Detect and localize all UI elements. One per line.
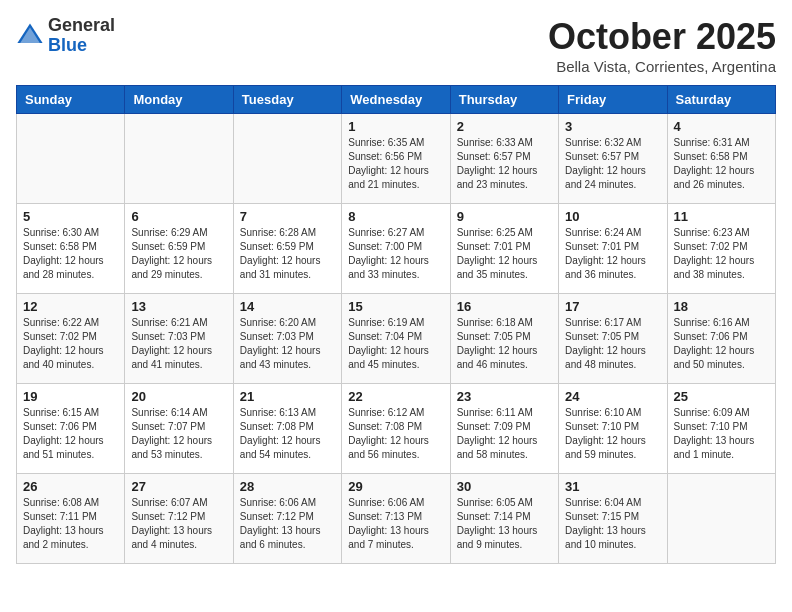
day-info: Sunrise: 6:18 AM Sunset: 7:05 PM Dayligh… — [457, 316, 552, 372]
day-number: 17 — [565, 299, 660, 314]
header: General Blue October 2025 Bella Vista, C… — [16, 16, 776, 75]
calendar-cell: 17Sunrise: 6:17 AM Sunset: 7:05 PM Dayli… — [559, 294, 667, 384]
day-number: 18 — [674, 299, 769, 314]
day-number: 12 — [23, 299, 118, 314]
day-info: Sunrise: 6:20 AM Sunset: 7:03 PM Dayligh… — [240, 316, 335, 372]
calendar-week-row: 12Sunrise: 6:22 AM Sunset: 7:02 PM Dayli… — [17, 294, 776, 384]
day-number: 3 — [565, 119, 660, 134]
day-number: 8 — [348, 209, 443, 224]
day-info: Sunrise: 6:10 AM Sunset: 7:10 PM Dayligh… — [565, 406, 660, 462]
calendar-cell — [17, 114, 125, 204]
day-info: Sunrise: 6:16 AM Sunset: 7:06 PM Dayligh… — [674, 316, 769, 372]
calendar-cell: 22Sunrise: 6:12 AM Sunset: 7:08 PM Dayli… — [342, 384, 450, 474]
day-info: Sunrise: 6:23 AM Sunset: 7:02 PM Dayligh… — [674, 226, 769, 282]
calendar-cell: 29Sunrise: 6:06 AM Sunset: 7:13 PM Dayli… — [342, 474, 450, 564]
day-info: Sunrise: 6:07 AM Sunset: 7:12 PM Dayligh… — [131, 496, 226, 552]
calendar-cell: 15Sunrise: 6:19 AM Sunset: 7:04 PM Dayli… — [342, 294, 450, 384]
day-info: Sunrise: 6:19 AM Sunset: 7:04 PM Dayligh… — [348, 316, 443, 372]
logo-line2: Blue — [48, 36, 115, 56]
day-number: 24 — [565, 389, 660, 404]
day-info: Sunrise: 6:09 AM Sunset: 7:10 PM Dayligh… — [674, 406, 769, 462]
day-info: Sunrise: 6:06 AM Sunset: 7:13 PM Dayligh… — [348, 496, 443, 552]
logo: General Blue — [16, 16, 115, 56]
calendar-cell: 27Sunrise: 6:07 AM Sunset: 7:12 PM Dayli… — [125, 474, 233, 564]
day-info: Sunrise: 6:17 AM Sunset: 7:05 PM Dayligh… — [565, 316, 660, 372]
day-info: Sunrise: 6:04 AM Sunset: 7:15 PM Dayligh… — [565, 496, 660, 552]
calendar-cell: 19Sunrise: 6:15 AM Sunset: 7:06 PM Dayli… — [17, 384, 125, 474]
day-info: Sunrise: 6:13 AM Sunset: 7:08 PM Dayligh… — [240, 406, 335, 462]
day-number: 1 — [348, 119, 443, 134]
day-number: 28 — [240, 479, 335, 494]
day-info: Sunrise: 6:22 AM Sunset: 7:02 PM Dayligh… — [23, 316, 118, 372]
calendar-cell: 24Sunrise: 6:10 AM Sunset: 7:10 PM Dayli… — [559, 384, 667, 474]
calendar-week-row: 26Sunrise: 6:08 AM Sunset: 7:11 PM Dayli… — [17, 474, 776, 564]
weekday-header: Wednesday — [342, 86, 450, 114]
calendar-cell: 20Sunrise: 6:14 AM Sunset: 7:07 PM Dayli… — [125, 384, 233, 474]
calendar-cell: 10Sunrise: 6:24 AM Sunset: 7:01 PM Dayli… — [559, 204, 667, 294]
day-number: 7 — [240, 209, 335, 224]
calendar-cell: 4Sunrise: 6:31 AM Sunset: 6:58 PM Daylig… — [667, 114, 775, 204]
calendar-cell: 26Sunrise: 6:08 AM Sunset: 7:11 PM Dayli… — [17, 474, 125, 564]
day-info: Sunrise: 6:21 AM Sunset: 7:03 PM Dayligh… — [131, 316, 226, 372]
day-number: 13 — [131, 299, 226, 314]
weekday-header: Tuesday — [233, 86, 341, 114]
day-number: 26 — [23, 479, 118, 494]
logo-icon — [16, 22, 44, 50]
calendar-cell: 5Sunrise: 6:30 AM Sunset: 6:58 PM Daylig… — [17, 204, 125, 294]
day-number: 22 — [348, 389, 443, 404]
weekday-header: Thursday — [450, 86, 558, 114]
calendar-cell: 31Sunrise: 6:04 AM Sunset: 7:15 PM Dayli… — [559, 474, 667, 564]
day-info: Sunrise: 6:27 AM Sunset: 7:00 PM Dayligh… — [348, 226, 443, 282]
day-info: Sunrise: 6:29 AM Sunset: 6:59 PM Dayligh… — [131, 226, 226, 282]
day-info: Sunrise: 6:35 AM Sunset: 6:56 PM Dayligh… — [348, 136, 443, 192]
weekday-header: Monday — [125, 86, 233, 114]
day-info: Sunrise: 6:05 AM Sunset: 7:14 PM Dayligh… — [457, 496, 552, 552]
day-number: 16 — [457, 299, 552, 314]
logo-line1: General — [48, 16, 115, 36]
day-info: Sunrise: 6:32 AM Sunset: 6:57 PM Dayligh… — [565, 136, 660, 192]
day-info: Sunrise: 6:24 AM Sunset: 7:01 PM Dayligh… — [565, 226, 660, 282]
title-area: October 2025 Bella Vista, Corrientes, Ar… — [548, 16, 776, 75]
day-info: Sunrise: 6:08 AM Sunset: 7:11 PM Dayligh… — [23, 496, 118, 552]
day-number: 5 — [23, 209, 118, 224]
logo-text: General Blue — [48, 16, 115, 56]
weekday-header: Saturday — [667, 86, 775, 114]
day-info: Sunrise: 6:30 AM Sunset: 6:58 PM Dayligh… — [23, 226, 118, 282]
day-number: 25 — [674, 389, 769, 404]
calendar-cell: 3Sunrise: 6:32 AM Sunset: 6:57 PM Daylig… — [559, 114, 667, 204]
day-number: 14 — [240, 299, 335, 314]
calendar-cell: 13Sunrise: 6:21 AM Sunset: 7:03 PM Dayli… — [125, 294, 233, 384]
calendar-cell: 9Sunrise: 6:25 AM Sunset: 7:01 PM Daylig… — [450, 204, 558, 294]
day-number: 27 — [131, 479, 226, 494]
day-number: 31 — [565, 479, 660, 494]
calendar-cell: 18Sunrise: 6:16 AM Sunset: 7:06 PM Dayli… — [667, 294, 775, 384]
calendar-cell: 25Sunrise: 6:09 AM Sunset: 7:10 PM Dayli… — [667, 384, 775, 474]
calendar-week-row: 19Sunrise: 6:15 AM Sunset: 7:06 PM Dayli… — [17, 384, 776, 474]
calendar-cell: 7Sunrise: 6:28 AM Sunset: 6:59 PM Daylig… — [233, 204, 341, 294]
weekday-header: Friday — [559, 86, 667, 114]
weekday-header: Sunday — [17, 86, 125, 114]
calendar-week-row: 1Sunrise: 6:35 AM Sunset: 6:56 PM Daylig… — [17, 114, 776, 204]
day-number: 19 — [23, 389, 118, 404]
calendar-cell: 14Sunrise: 6:20 AM Sunset: 7:03 PM Dayli… — [233, 294, 341, 384]
day-info: Sunrise: 6:25 AM Sunset: 7:01 PM Dayligh… — [457, 226, 552, 282]
day-number: 20 — [131, 389, 226, 404]
day-number: 30 — [457, 479, 552, 494]
day-info: Sunrise: 6:31 AM Sunset: 6:58 PM Dayligh… — [674, 136, 769, 192]
calendar-cell — [125, 114, 233, 204]
day-info: Sunrise: 6:28 AM Sunset: 6:59 PM Dayligh… — [240, 226, 335, 282]
day-number: 4 — [674, 119, 769, 134]
calendar: SundayMondayTuesdayWednesdayThursdayFrid… — [16, 85, 776, 564]
day-number: 2 — [457, 119, 552, 134]
weekday-header-row: SundayMondayTuesdayWednesdayThursdayFrid… — [17, 86, 776, 114]
calendar-cell: 6Sunrise: 6:29 AM Sunset: 6:59 PM Daylig… — [125, 204, 233, 294]
calendar-cell: 30Sunrise: 6:05 AM Sunset: 7:14 PM Dayli… — [450, 474, 558, 564]
calendar-cell: 21Sunrise: 6:13 AM Sunset: 7:08 PM Dayli… — [233, 384, 341, 474]
day-number: 9 — [457, 209, 552, 224]
calendar-cell: 2Sunrise: 6:33 AM Sunset: 6:57 PM Daylig… — [450, 114, 558, 204]
calendar-cell: 8Sunrise: 6:27 AM Sunset: 7:00 PM Daylig… — [342, 204, 450, 294]
calendar-cell — [667, 474, 775, 564]
calendar-cell: 12Sunrise: 6:22 AM Sunset: 7:02 PM Dayli… — [17, 294, 125, 384]
day-info: Sunrise: 6:12 AM Sunset: 7:08 PM Dayligh… — [348, 406, 443, 462]
calendar-cell: 1Sunrise: 6:35 AM Sunset: 6:56 PM Daylig… — [342, 114, 450, 204]
